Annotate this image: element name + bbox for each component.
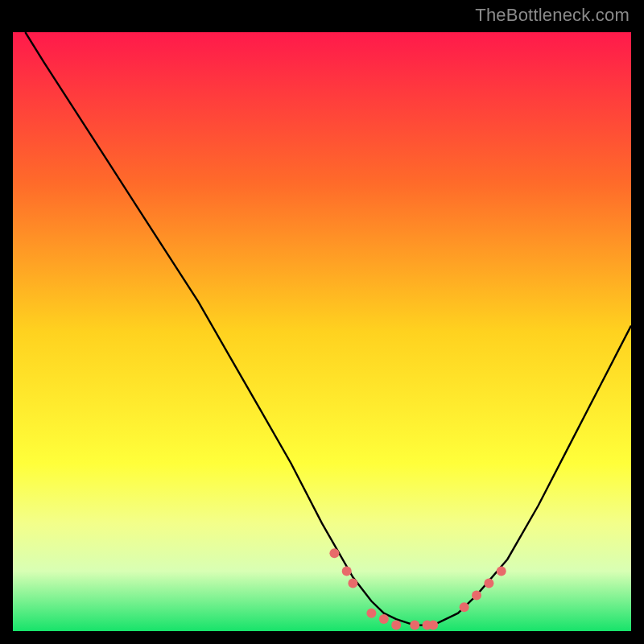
- highlight-dot: [460, 602, 469, 612]
- highlight-dot: [391, 621, 401, 630]
- highlight-dot: [329, 548, 339, 558]
- highlight-dot: [497, 567, 506, 576]
- highlight-dot: [348, 579, 357, 588]
- chart-frame: [13, 32, 631, 631]
- highlight-dot: [342, 567, 352, 576]
- highlight-dot: [379, 614, 389, 624]
- bottleneck-chart: [13, 32, 631, 631]
- watermark-label: TheBottleneck.com: [475, 5, 630, 26]
- highlight-dot: [366, 609, 376, 618]
- highlight-dot: [410, 621, 419, 630]
- highlight-dot: [428, 621, 438, 630]
- highlight-dot: [484, 579, 493, 588]
- chart-background: [13, 32, 631, 631]
- highlight-dot: [472, 590, 481, 600]
